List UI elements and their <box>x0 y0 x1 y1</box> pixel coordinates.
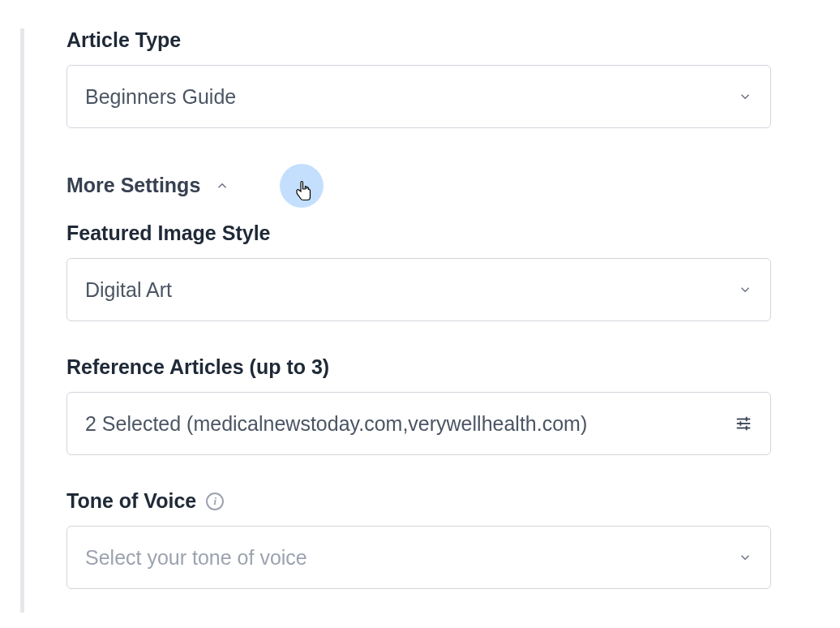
reference-articles-select[interactable]: 2 Selected (medicalnewstoday.com,verywel… <box>66 392 771 455</box>
article-type-group: Article Type Beginners Guide <box>66 28 771 128</box>
chevron-up-wrap <box>215 179 229 193</box>
chevron-down-icon <box>738 550 752 565</box>
reference-articles-value: 2 Selected (medicalnewstoday.com,verywel… <box>85 412 587 436</box>
chevron-up-icon <box>215 179 229 193</box>
article-type-select[interactable]: Beginners Guide <box>66 65 771 128</box>
chevron-down-icon <box>738 89 752 104</box>
article-type-value: Beginners Guide <box>85 85 236 109</box>
featured-image-style-value: Digital Art <box>85 278 172 302</box>
tone-of-voice-label-row: Tone of Voice i <box>66 489 771 513</box>
tone-of-voice-select[interactable]: Select your tone of voice <box>66 526 771 589</box>
tone-of-voice-label: Tone of Voice <box>66 489 196 513</box>
info-icon[interactable]: i <box>206 493 224 510</box>
article-type-label: Article Type <box>66 28 771 52</box>
featured-image-style-select[interactable]: Digital Art <box>66 258 771 321</box>
tone-of-voice-group: Tone of Voice i Select your tone of voic… <box>66 489 771 589</box>
reference-articles-label: Reference Articles (up to 3) <box>66 355 771 379</box>
reference-articles-group: Reference Articles (up to 3) 2 Selected … <box>66 355 771 455</box>
cursor-pointer-icon <box>294 180 313 203</box>
chevron-down-icon <box>738 282 752 297</box>
more-settings-toggle[interactable]: More Settings <box>66 174 771 197</box>
featured-image-style-group: Featured Image Style Digital Art <box>66 222 771 321</box>
sliders-icon <box>735 415 752 432</box>
settings-form: Article Type Beginners Guide More Settin… <box>66 28 771 623</box>
more-settings-label: More Settings <box>66 174 200 197</box>
tone-of-voice-placeholder: Select your tone of voice <box>85 546 307 570</box>
featured-image-style-label: Featured Image Style <box>66 222 771 245</box>
sidebar-indicator <box>20 28 24 613</box>
